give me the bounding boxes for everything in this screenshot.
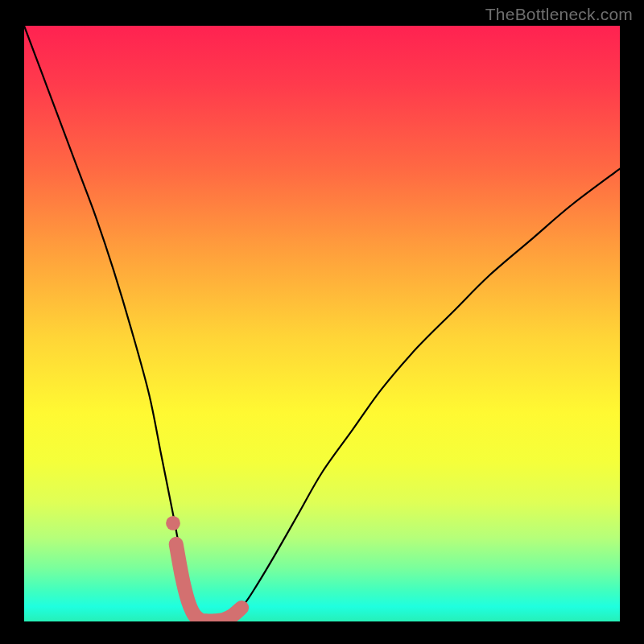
- bottleneck-curve: [24, 26, 620, 621]
- highlight-dot: [166, 516, 180, 530]
- plot-area: [24, 26, 620, 621]
- chart-svg: [24, 26, 620, 621]
- highlight-segment: [176, 544, 242, 621]
- watermark-text: TheBottleneck.com: [485, 5, 633, 24]
- chart-frame: TheBottleneck.com: [0, 0, 644, 644]
